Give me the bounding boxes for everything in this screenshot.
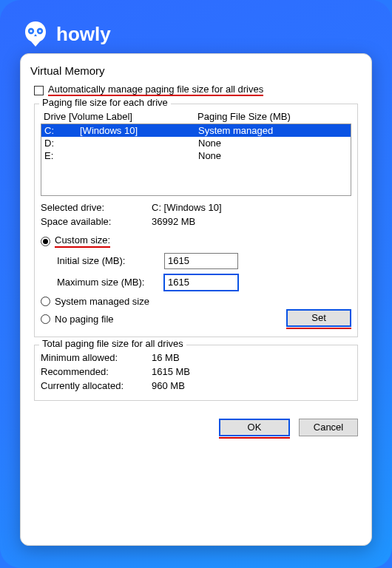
maximum-size-label: Maximum size (MB): (57, 277, 157, 288)
selected-drive-row: Selected drive: C: [Windows 10] (41, 200, 351, 214)
system-managed-radio[interactable] (41, 297, 50, 306)
drive-list[interactable]: C: [Windows 10] System managed D: None E… (41, 124, 351, 196)
brand-logo: howly (21, 19, 376, 49)
drive-row-d[interactable]: D: None (41, 137, 351, 149)
system-managed-radio-row[interactable]: System managed size (41, 294, 351, 309)
totals-legend: Total paging file size for all drives (39, 338, 186, 349)
branded-frame: howly Virtual Memory Automatically manag… (0, 0, 392, 568)
space-available-row: Space available: 36992 MB (41, 214, 351, 229)
space-available-value: 36992 MB (152, 216, 195, 227)
auto-manage-label: Automatically manage paging file size fo… (48, 84, 263, 96)
min-allowed-value: 16 MB (152, 352, 180, 363)
initial-size-label: Initial size (MB): (57, 255, 157, 266)
brand-name: howly (56, 23, 111, 46)
initial-size-input[interactable] (164, 253, 238, 269)
custom-size-radio-row[interactable]: Custom size: (41, 233, 351, 249)
set-button[interactable]: Set (286, 309, 351, 327)
cancel-button[interactable]: Cancel (299, 419, 358, 436)
dialog-footer: OK Cancel (34, 408, 358, 439)
annotation-underline (286, 328, 351, 329)
auto-manage-row[interactable]: Automatically manage paging file size fo… (34, 84, 358, 96)
per-drive-legend: Paging file size for each drive (39, 97, 171, 108)
auto-manage-checkbox[interactable] (34, 86, 44, 95)
min-allowed-row: Minimum allowed: 16 MB (41, 351, 351, 365)
svg-point-2 (30, 30, 32, 32)
owl-icon (21, 19, 50, 49)
selected-drive-value: C: [Windows 10] (152, 202, 222, 213)
no-paging-radio[interactable] (41, 314, 50, 324)
dialog-title: Virtual Memory (30, 64, 358, 77)
virtual-memory-dialog: Virtual Memory Automatically manage pagi… (20, 53, 372, 546)
no-paging-radio-row[interactable]: No paging file (41, 311, 286, 327)
custom-size-radio[interactable] (41, 237, 50, 246)
drive-row-e[interactable]: E: None (41, 149, 351, 162)
annotation-underline (219, 437, 290, 439)
currently-allocated-value: 960 MB (152, 380, 185, 391)
no-paging-label: No paging file (55, 314, 114, 325)
per-drive-group: Paging file size for each drive Drive [V… (34, 104, 358, 337)
recommended-value: 1615 MB (152, 366, 190, 377)
recommended-row: Recommended: 1615 MB (41, 365, 351, 379)
system-managed-label: System managed size (55, 296, 149, 307)
drive-row-c[interactable]: C: [Windows 10] System managed (41, 124, 351, 137)
initial-size-row: Initial size (MB): (41, 250, 351, 271)
maximum-size-row: Maximum size (MB): (41, 271, 351, 294)
svg-point-3 (38, 30, 41, 32)
drive-list-header: Drive [Volume Label] Paging File Size (M… (41, 109, 351, 124)
maximum-size-input[interactable] (164, 274, 238, 291)
totals-group: Total paging file size for all drives Mi… (34, 345, 358, 401)
col-size: Paging File Size (MB) (197, 111, 291, 122)
col-drive: Drive [Volume Label] (44, 111, 197, 122)
custom-size-label: Custom size: (55, 235, 110, 247)
ok-button[interactable]: OK (219, 419, 290, 436)
currently-allocated-row: Currently allocated: 960 MB (41, 379, 351, 393)
